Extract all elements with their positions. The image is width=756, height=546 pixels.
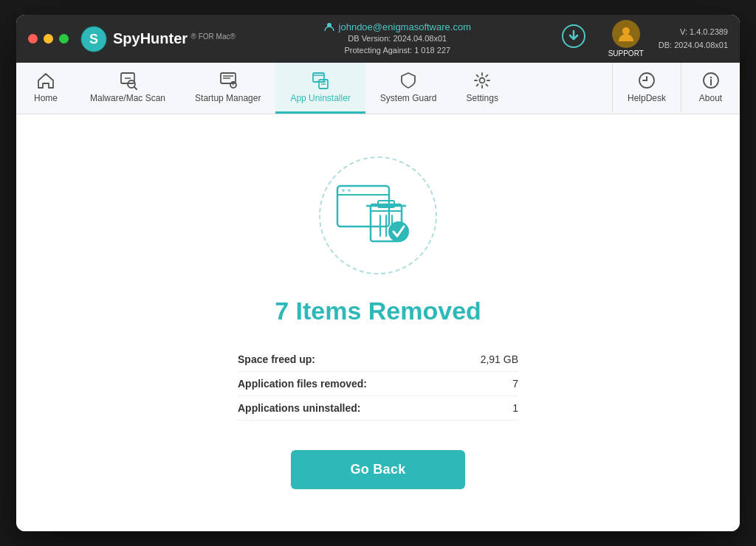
svg-point-17 — [480, 78, 485, 83]
svg-point-27 — [348, 189, 351, 192]
nav-right: HelpDesk About — [612, 63, 740, 114]
nav-settings[interactable]: Settings — [452, 63, 513, 114]
titlebar-center: johndoe@enigmasoftware.com DB Version: 2… — [324, 21, 471, 57]
support-button[interactable]: SUPPORT — [608, 20, 644, 58]
nav-appuninstall-label: App Uninstaller — [290, 93, 350, 103]
svg-text:S: S — [89, 32, 98, 46]
titlebar-right: SUPPORT V: 1.4.0.2389 DB: 2024.04.08x01 — [560, 20, 728, 58]
result-heading: 7 Items Removed — [275, 297, 481, 325]
uninstall-complete-icon — [334, 179, 422, 252]
system-guard-icon — [399, 71, 418, 90]
stats-table: Space freed up: 2,91 GB Application file… — [238, 348, 518, 421]
apps-uninstalled-label: Applications uninstalled: — [238, 402, 360, 414]
startup-manager-icon — [219, 71, 238, 90]
files-removed-value: 7 — [512, 378, 518, 390]
main-content: 7 Items Removed Space freed up: 2,91 GB … — [16, 114, 740, 531]
nav-system-guard[interactable]: System Guard — [365, 63, 452, 114]
svg-line-7 — [134, 87, 137, 89]
nav-helpdesk-label: HelpDesk — [628, 93, 666, 103]
svg-point-22 — [709, 77, 711, 78]
download-icon[interactable] — [560, 22, 588, 55]
nav-settings-label: Settings — [467, 93, 498, 103]
result-icon-wrapper — [319, 156, 437, 274]
app-window: S SpyHunter ® FOR Mac® johndoe@enigmasof… — [16, 15, 740, 531]
space-freed-value: 2,91 GB — [481, 353, 518, 365]
about-icon — [701, 71, 721, 90]
close-button[interactable] — [28, 34, 38, 44]
titlebar: S SpyHunter ® FOR Mac® johndoe@enigmasof… — [16, 15, 740, 63]
nav-home[interactable]: Home — [16, 63, 75, 114]
space-freed-label: Space freed up: — [238, 353, 315, 365]
nav-malware-scan[interactable]: Malware/Mac Scan — [75, 63, 180, 114]
logo-area: S SpyHunter ® FOR Mac® — [80, 26, 236, 52]
stats-row-space: Space freed up: 2,91 GB — [238, 348, 518, 372]
version-info: V: 1.4.0.2389 DB: 2024.04.08x01 — [659, 26, 728, 52]
db-info: DB Version: 2024.04.08x01 Protecting Aga… — [344, 32, 450, 57]
maximize-button[interactable] — [59, 34, 69, 44]
settings-icon — [472, 71, 492, 90]
minimize-button[interactable] — [44, 34, 53, 44]
user-email: johndoe@enigmasoftware.com — [339, 21, 471, 32]
helpdesk-icon — [637, 71, 656, 90]
support-label: SUPPORT — [608, 49, 644, 58]
user-info: johndoe@enigmasoftware.com — [324, 21, 471, 32]
nav-systemguard-label: System Guard — [380, 93, 437, 103]
nav-about-label: About — [699, 93, 722, 103]
nav-malware-label: Malware/Mac Scan — [90, 93, 165, 103]
nav-about[interactable]: About — [681, 63, 740, 114]
svg-point-3 — [622, 27, 630, 35]
apps-uninstalled-value: 1 — [512, 402, 518, 414]
nav-startup-manager[interactable]: Startup Manager — [180, 63, 275, 114]
nav-app-uninstaller[interactable]: App Uninstaller — [275, 63, 365, 114]
go-back-button[interactable]: Go Back — [291, 450, 464, 489]
nav-helpdesk[interactable]: HelpDesk — [612, 63, 681, 114]
logo-icon: S — [80, 26, 107, 52]
svg-point-35 — [388, 221, 409, 242]
app-uninstaller-icon — [311, 71, 330, 90]
stats-row-apps: Applications uninstalled: 1 — [238, 396, 518, 421]
files-removed-label: Application files removed: — [238, 378, 367, 390]
user-icon — [324, 21, 334, 32]
nav-startup-label: Startup Manager — [195, 93, 261, 103]
nav-home-label: Home — [34, 93, 58, 103]
logo-text: SpyHunter ® FOR Mac® — [113, 30, 236, 47]
support-avatar — [612, 20, 640, 48]
svg-point-26 — [342, 189, 345, 192]
stats-row-files: Application files removed: 7 — [238, 372, 518, 396]
window-controls — [28, 34, 69, 44]
navbar: Home Malware/Mac Scan Startup Manager — [16, 63, 740, 114]
malware-scan-icon — [118, 71, 137, 90]
home-icon — [36, 71, 55, 90]
